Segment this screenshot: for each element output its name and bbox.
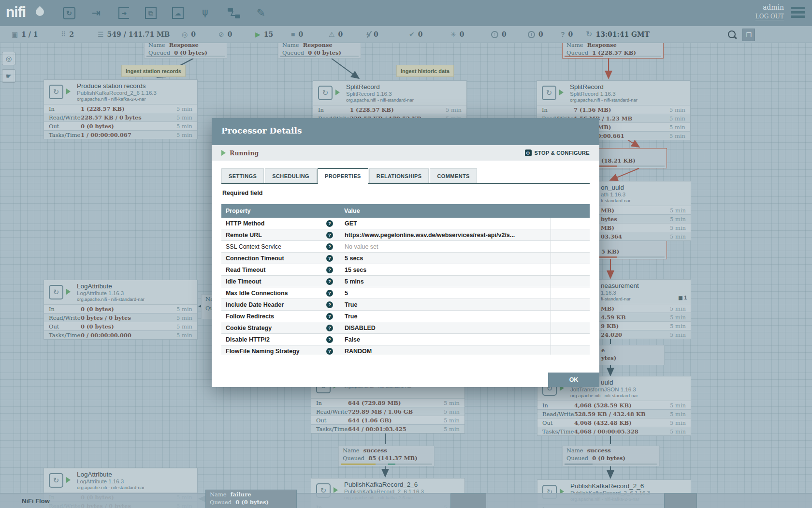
queued-value: 0 (0 bytes) (174, 49, 207, 56)
tab-relationships[interactable]: RELATIONSHIPS (369, 168, 429, 183)
template-palette-icon[interactable] (226, 5, 242, 21)
processor-type-icon: ↻ (542, 86, 556, 100)
processor-type-icon: ↻ (49, 285, 63, 299)
queue-size-bar (565, 463, 657, 465)
queued-fragment: (18.21 KB) (601, 157, 636, 164)
sync-failure-icon: ? (561, 31, 565, 38)
queued-fragment: ytes) (601, 355, 616, 361)
table-row: Connection Timeout?5 secs (221, 253, 590, 264)
input-port-palette-icon[interactable]: ⇥ (88, 5, 104, 21)
run-status-strip: Running ⚙ STOP & CONFIGURE (212, 145, 599, 161)
processor-type-icon: ↻ (49, 85, 63, 99)
help-icon[interactable]: ? (326, 313, 333, 320)
navigate-panel-button[interactable]: ◎ (2, 52, 15, 65)
table-row: Include Date Header?True (221, 299, 590, 311)
stop-and-configure-button[interactable]: ⚙ STOP & CONFIGURE (525, 149, 590, 156)
tab-scheduling[interactable]: SCHEDULING (265, 168, 317, 183)
help-icon[interactable]: ? (326, 255, 333, 262)
queue-size-bar (146, 56, 225, 57)
processor-details-dialog: Processor Details Running ⚙ STOP & CONFI… (212, 118, 599, 387)
table-row: Idle Timeout?5 mins (221, 276, 590, 287)
help-icon[interactable]: ? (326, 348, 333, 355)
help-icon[interactable]: ? (326, 243, 333, 250)
processor-name-fragment: on_uuid (601, 184, 631, 191)
settings-toggle-button[interactable]: ❒ (742, 29, 755, 41)
help-icon[interactable]: ? (326, 220, 333, 227)
nifi-drop-icon (34, 6, 45, 17)
processor-logattribute[interactable]: ↻ LogAttributeLogAttribute 1.16.3org.apa… (44, 280, 198, 340)
table-row: Max Idle Connections?5 (221, 287, 590, 299)
processor-type-icon: ↻ (318, 86, 333, 100)
processor-name: Produce station records (77, 82, 157, 90)
processor-type: PublishKafkaRecord_2_6 1.16.3 (77, 90, 157, 96)
help-icon[interactable]: ? (326, 290, 333, 297)
running-icon (66, 289, 71, 295)
tab-comments[interactable]: COMMENTS (430, 168, 477, 183)
queued-icon: ☰ (98, 31, 104, 38)
disabled-icon: ϟ (366, 30, 370, 39)
running-icon (221, 150, 226, 156)
operate-panel-button[interactable]: ☛ (2, 69, 15, 83)
flow-status-bar: ▣1 / 1 ⠿2 ☰549 / 141.71 MB ◎0 ⊘0 ▶15 ■0 … (0, 26, 812, 43)
processor-name: LogAttribute (77, 283, 145, 290)
queue-size-bar (341, 463, 432, 465)
funnel-palette-icon[interactable]: ⋔ (197, 5, 213, 21)
running-icon (335, 90, 340, 95)
name-fragment: e (601, 347, 605, 354)
current-user: admin (755, 3, 784, 11)
process-group-palette-icon[interactable]: ⧉ (143, 5, 159, 21)
processor-name-fragment: neasurement (601, 282, 639, 289)
connection-label[interactable]: Namefailure Queued0 (0 bytes) (205, 490, 297, 508)
help-icon[interactable]: ? (326, 301, 333, 308)
connection-label[interactable]: Namesuccess Queued0 (0 bytes) (562, 446, 660, 466)
table-row: HTTP Method?GET (221, 218, 590, 229)
help-icon[interactable]: ? (326, 278, 333, 285)
tab-properties[interactable]: PROPERTIES (318, 168, 368, 184)
table-row: Disable HTTP/2?False (221, 334, 590, 345)
processor-name: PublishKafkaRecord_2_6 (344, 481, 424, 488)
logout-link[interactable]: LOG OUT (755, 13, 784, 20)
queue-size-bar (280, 56, 359, 57)
table-row: Follow Redirects?True (221, 311, 590, 322)
remote-process-group-palette-icon[interactable]: ☁ (170, 5, 186, 21)
processor-name: SplitRecord (346, 83, 414, 90)
processor-produce-station-records[interactable]: ↻ Produce station recordsPublishKafkaRec… (44, 79, 198, 139)
table-row: Read Timeout?15 secs (221, 264, 590, 276)
table-row: Remote URL?https://www.pegelonline.wsv.d… (221, 229, 590, 241)
stopped-icon: ■ (291, 31, 295, 38)
queued-label: Queued (148, 49, 170, 56)
navigate-icon: ◎ (6, 55, 12, 62)
connection-label-fragment[interactable] (450, 493, 486, 508)
search-icon[interactable] (728, 30, 736, 38)
dialog-title: Processor Details (221, 126, 302, 135)
processor-palette-icon[interactable]: ↻ (61, 5, 77, 21)
processor-type-icon: ↻ (49, 473, 63, 488)
breadcrumb[interactable]: NiFi Flow (22, 497, 50, 505)
tab-settings[interactable]: SETTINGS (221, 168, 264, 183)
running-icon: ▶ (255, 31, 261, 38)
global-menu-button[interactable] (791, 7, 805, 18)
help-icon[interactable]: ? (326, 232, 333, 239)
run-state-label: Running (230, 149, 259, 157)
table-row: SSL Context Service?No value set (221, 241, 590, 253)
help-icon[interactable]: ? (326, 267, 333, 273)
connection-label-fragment[interactable] (664, 493, 697, 508)
refresh-icon[interactable]: ↻ (586, 30, 592, 38)
connection-label[interactable]: Namesuccess Queued85 (141.37 MB) (338, 446, 435, 466)
label-palette-icon[interactable]: ✎ (253, 5, 269, 21)
processor-name: SplitRecord (570, 83, 638, 90)
ok-button[interactable]: OK (548, 373, 599, 387)
gear-icon: ⚙ (525, 149, 532, 156)
help-icon[interactable]: ? (326, 336, 333, 343)
output-port-palette-icon[interactable]: ➜ (116, 5, 131, 21)
locally-modified-icon: ✳ (450, 31, 456, 38)
canvas-label[interactable]: Ingest historic data (396, 65, 454, 77)
canvas-label[interactable]: Ingest station records (121, 65, 186, 77)
dialog-tabs: SETTINGS SCHEDULING PROPERTIES RELATIONS… (221, 168, 590, 184)
table-row: FlowFile Naming Strategy?RANDOM (221, 345, 590, 355)
processor-name-fragment: uuid (601, 379, 638, 386)
queued-fragment: 5 KB) (601, 248, 619, 255)
help-icon[interactable]: ? (326, 325, 333, 331)
running-icon (559, 90, 564, 95)
label-text: Ingest station records (126, 68, 181, 74)
